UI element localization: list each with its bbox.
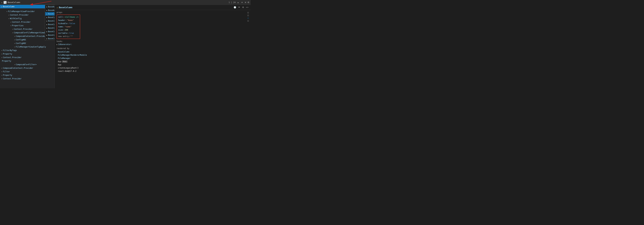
settings-icon-button[interactable]: ⚙ [242, 6, 244, 9]
tree-item-confighoc-2[interactable]: ▾ ConfigHOC [0, 42, 54, 45]
search-input[interactable] [8, 1, 228, 4]
warning-icon: ⚠ [56, 6, 58, 9]
source-icon-button[interactable]: <> [246, 6, 249, 9]
dropdown-item-basecolumn-3[interactable]: ▶ BaseColumn [45, 19, 55, 23]
component-tree-panel: ▶ BaseAction ▶ BaseAction ▶ BaseColumn ▶… [0, 5, 55, 88]
tree-item-filter[interactable]: ▾ Filter [0, 70, 54, 73]
hooks-section-label: hooks [56, 40, 249, 43]
rendered-by-basecolumn[interactable]: BaseColumn [56, 50, 249, 53]
inspector-header: ⚠ BaseColumn 🕐 👁 ⚙ <> [55, 5, 251, 10]
checkbox-3-icon[interactable]: □ [248, 20, 249, 22]
tree-item-context-provider-4[interactable]: ▾ Context.Provider [0, 56, 54, 59]
dropdown-item-basecolumn-4[interactable]: ▶ BaseColumn [45, 23, 55, 26]
go-to-definition-icon[interactable]: ↖ [1, 1, 2, 4]
rendered-by-reactdom[interactable]: react-dom@17.0.2 [56, 70, 249, 73]
tree-item-composablecontext-provider-2[interactable]: ▾ ComposableContext.Provider [0, 66, 54, 70]
dropdown-item-basecolumn-6[interactable]: ▶ BaseColumn [45, 30, 55, 33]
tree-item-label: BaseColumn [3, 6, 14, 8]
search-count: 1 | 24 [229, 1, 236, 4]
prop-sortable: sortable : true [58, 32, 78, 35]
dropdown-item-basecolumn-5[interactable]: ▶ BaseColumn [45, 26, 55, 30]
search-settings-button[interactable]: ⚙ [248, 1, 249, 4]
tree-item-filemanagerviewconfigapply[interactable]: ▾ FileManagerViewConfigApply [0, 45, 54, 49]
rendered-by-filemanager[interactable]: FileManager [56, 57, 249, 60]
dropdown-item-baseaction-2[interactable]: ▶ BaseAction [45, 9, 55, 12]
props-inspector-panel: ⚠ BaseColumn 🕐 👁 ⚙ <> □ □ ☑ □ props cell [55, 5, 251, 88]
history-icon-button[interactable]: 🕐 [233, 6, 236, 9]
rendered-by-app[interactable]: App [56, 63, 249, 66]
rendered-by-createlegacyroot[interactable]: createLegacyRoot() [56, 66, 249, 70]
tree-expand-icon: ▶ [1, 6, 2, 8]
search-next-button[interactable]: ▼ [240, 1, 244, 4]
search-dropdown: ▶ BaseAction ▶ BaseAction ▶ BaseColumn ▶… [45, 5, 55, 41]
prop-cell: cell : <CellName /> [58, 16, 78, 19]
props-box: cell : <CellName /> header : "Name" hide… [56, 15, 80, 39]
tree-item-composable-filter[interactable]: ▾ Composable<Filter> [0, 63, 54, 66]
props-section: □ □ ☑ □ props cell : <CellName /> header… [55, 10, 251, 74]
dropdown-item-basecolumn-1[interactable]: ▶ BaseColumn [45, 12, 55, 16]
tree-item-context-provider-5[interactable]: ▾ Context.Provider [0, 77, 54, 81]
prop-new-entry[interactable]: new entry : "" [58, 35, 78, 38]
tree-item-filterbytags[interactable]: ▾ FilterByTags [0, 49, 54, 52]
rendered-by-filemanagerrenderermodule[interactable]: FileManagerRendererModule [56, 53, 249, 57]
search-prev-button[interactable]: ▲ [236, 1, 240, 4]
checkbox-2-icon[interactable]: □ [248, 14, 249, 17]
inspector-title: BaseColumn [59, 6, 72, 9]
prop-name: name : "name" [58, 25, 78, 28]
inspector-action-icons: 🕐 👁 ⚙ <> [233, 6, 249, 9]
search-close-button[interactable]: ✕ [244, 1, 246, 4]
rendered-by-label: rendered by [56, 47, 249, 50]
prop-size: size : 200 [58, 28, 78, 32]
search-bar: ↖ 🔍 1 | 24 ▲ ▼ ✕ ⚙ [0, 0, 251, 5]
tree-item-property-2[interactable]: Property [0, 59, 54, 63]
checkbox-checked-icon[interactable]: ☑ [248, 17, 249, 19]
memo-badge: Memo [62, 61, 68, 63]
dropdown-item-basecolumn-8[interactable]: ▶ BaseColumn [45, 37, 55, 40]
collapse-expand-icon[interactable]: □ [248, 11, 249, 14]
eye-icon-button[interactable]: 👁 [238, 6, 240, 9]
search-toggle-button[interactable]: 🔍 [4, 1, 6, 4]
props-section-label: props [56, 11, 249, 14]
rendered-by-app-memo[interactable]: App Memo [56, 60, 249, 63]
tree-item-property-1[interactable]: ▾ Property [0, 52, 54, 56]
tree-item-property-3[interactable]: ▾ Property [0, 73, 54, 77]
prop-header: header : "Name" [58, 19, 78, 22]
rendered-by-section: rendered by BaseColumn FileManagerRender… [56, 47, 249, 73]
hooks-section: hooks ▶ IdGenerator: [56, 40, 249, 46]
dropdown-item-basecolumn-7[interactable]: ▶ BaseColumn [45, 33, 55, 37]
dropdown-item-baseaction-1[interactable]: ▶ BaseAction [45, 5, 55, 9]
prop-hideable: hideable : false [58, 22, 78, 25]
main-layout: ▶ BaseAction ▶ BaseAction ▶ BaseColumn ▶… [0, 5, 251, 88]
dropdown-item-basecolumn-2[interactable]: ▶ BaseColumn [45, 16, 55, 19]
hook-idgenerator[interactable]: ▶ IdGenerator: [56, 43, 249, 46]
